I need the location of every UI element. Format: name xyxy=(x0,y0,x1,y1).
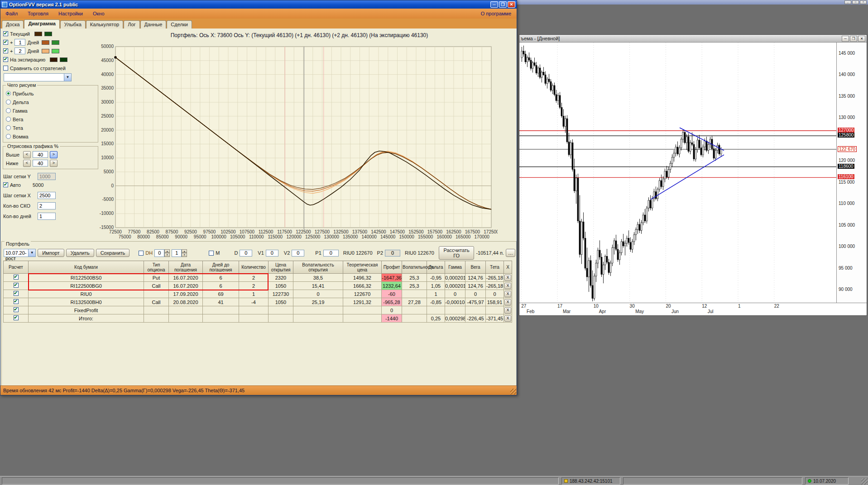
grid-step-x-input[interactable] xyxy=(38,192,56,199)
above-increase-button[interactable]: > xyxy=(50,151,58,158)
color-swatch[interactable] xyxy=(50,57,58,62)
column-header[interactable]: Тип опциона xyxy=(144,261,169,274)
color-swatch[interactable] xyxy=(42,40,49,45)
terminal-close-button[interactable]: × xyxy=(860,0,867,4)
delete-row-button[interactable]: X xyxy=(504,283,511,289)
strategy-combobox[interactable]: ▼ xyxy=(4,73,72,81)
above-decrease-button[interactable]: < xyxy=(23,151,31,158)
column-header[interactable]: Дней до погашения xyxy=(203,261,239,274)
plus2-days-input[interactable] xyxy=(14,48,25,54)
compare-strategy-checkbox[interactable] xyxy=(3,66,8,71)
candlestick-chart[interactable] xyxy=(519,43,836,303)
d-input[interactable] xyxy=(240,250,252,257)
row-calc-checkbox[interactable] xyxy=(14,307,19,312)
column-header[interactable]: Количество xyxy=(239,261,269,274)
tab-log[interactable]: Лог xyxy=(124,20,139,29)
tab-smile[interactable]: Улыбка xyxy=(60,20,86,29)
delete-button[interactable]: Удалить xyxy=(66,249,94,257)
layer-expiration-checkbox[interactable] xyxy=(3,57,8,62)
days-count-input[interactable] xyxy=(38,213,56,220)
radio-vomma[interactable] xyxy=(6,134,11,139)
column-header[interactable]: Дата погашения xyxy=(169,261,203,274)
color-swatch[interactable] xyxy=(52,40,59,45)
dh-checkbox[interactable] xyxy=(139,251,144,256)
save-button[interactable]: Сохранить xyxy=(96,249,130,257)
tab-calculator[interactable]: Калькулятор xyxy=(86,20,123,29)
p2-input[interactable] xyxy=(385,250,400,257)
row-calc-checkbox[interactable] xyxy=(14,315,19,320)
row-calc-checkbox[interactable] xyxy=(14,275,19,280)
layer-plus2-checkbox[interactable] xyxy=(3,48,8,53)
v2-input[interactable] xyxy=(292,250,304,257)
spin-down-icon[interactable]: ▼ xyxy=(164,253,170,257)
auto-grid-checkbox[interactable] xyxy=(3,182,8,187)
radio-delta[interactable] xyxy=(6,100,11,105)
menu-trading[interactable]: Торговля xyxy=(23,10,53,17)
column-header[interactable]: Код бумаги xyxy=(29,261,144,274)
above-percent-input[interactable] xyxy=(33,151,48,158)
delete-row-button[interactable]: X xyxy=(504,299,511,305)
preset-combobox[interactable]: 10.07.20-рост ▼ xyxy=(4,249,36,257)
chevron-down-icon[interactable]: ▼ xyxy=(64,74,71,81)
menu-file[interactable]: Файл xyxy=(0,10,23,17)
column-header[interactable]: Дельта xyxy=(427,261,445,274)
column-header[interactable]: Профит xyxy=(382,261,402,274)
delete-row-button[interactable]: X xyxy=(504,275,511,281)
calc-go-button[interactable]: Рассчитать ГО xyxy=(439,246,474,260)
window-resize-grip[interactable] xyxy=(510,389,516,395)
plus1-days-input[interactable] xyxy=(14,39,25,46)
main-titlebar[interactable]: OptionFVV версия 2.1 public ─ ❐ ✕ xyxy=(0,0,517,9)
grid-step-y-input[interactable] xyxy=(38,173,56,180)
maximize-button[interactable]: ❐ xyxy=(499,1,507,8)
tab-deals[interactable]: Сделки xyxy=(167,20,192,29)
color-swatch[interactable] xyxy=(44,32,52,36)
radio-theta[interactable] xyxy=(6,125,11,130)
below-increase-button[interactable]: > xyxy=(50,160,58,167)
row-calc-checkbox[interactable] xyxy=(14,291,19,296)
row-calc-checkbox[interactable] xyxy=(14,283,19,288)
column-header[interactable]: Гамма xyxy=(445,261,465,274)
tab-diagram[interactable]: Диаграмма xyxy=(24,19,59,29)
column-header[interactable]: Цена открытия xyxy=(269,261,293,274)
color-swatch[interactable] xyxy=(60,57,67,62)
chart-close-button[interactable]: ✕ xyxy=(858,36,865,42)
resize-grip[interactable] xyxy=(861,478,868,485)
dh-value-2-input[interactable] xyxy=(172,249,182,257)
chart-minimize-button[interactable]: ─ xyxy=(842,36,849,42)
delete-row-button[interactable]: X xyxy=(504,291,511,297)
spin-down-icon[interactable]: ▼ xyxy=(182,253,187,257)
column-header[interactable]: Теоретическая цена xyxy=(343,261,382,274)
tab-data[interactable]: Данные xyxy=(140,20,167,29)
column-header[interactable]: Вега xyxy=(465,261,486,274)
import-button[interactable]: Импорт xyxy=(38,249,64,257)
color-swatch[interactable] xyxy=(34,32,42,36)
m-checkbox[interactable] xyxy=(209,251,214,256)
chevron-down-icon[interactable]: ▼ xyxy=(28,249,35,257)
menu-about[interactable]: О программе xyxy=(475,10,517,17)
delete-row-button[interactable]: X xyxy=(504,307,511,314)
column-header[interactable]: Волатильность открытия xyxy=(293,261,343,274)
radio-gamma[interactable] xyxy=(6,108,11,113)
payoff-chart[interactable]: 5000045000400003500030000250002000015000… xyxy=(99,43,498,240)
dh-value-1-input[interactable] xyxy=(154,249,164,257)
column-header[interactable]: Волатильность xyxy=(402,261,427,274)
layer-plus1-checkbox[interactable] xyxy=(3,40,8,45)
daily-chart-titlebar[interactable]: ъема - [Дневной] ─ ❐ ✕ xyxy=(519,35,867,43)
terminal-restore-button[interactable]: □ xyxy=(852,0,859,4)
color-swatch[interactable] xyxy=(52,49,59,53)
spin-up-icon[interactable]: ▲ xyxy=(182,249,187,253)
more-button[interactable]: … xyxy=(506,249,515,257)
minimize-button[interactable]: ─ xyxy=(490,1,498,8)
color-swatch[interactable] xyxy=(42,49,49,53)
spin-up-icon[interactable]: ▲ xyxy=(164,249,170,253)
column-header[interactable]: Тета xyxy=(486,261,504,274)
column-header[interactable]: X xyxy=(504,261,512,274)
below-percent-input[interactable] xyxy=(33,160,48,166)
close-button[interactable]: ✕ xyxy=(508,1,515,8)
menu-settings[interactable]: Настройки xyxy=(53,10,88,17)
layer-current-checkbox[interactable] xyxy=(3,31,8,36)
terminal-minimize-button[interactable]: _ xyxy=(844,0,851,4)
v1-input[interactable] xyxy=(266,250,278,257)
delete-row-button[interactable]: X xyxy=(504,315,511,322)
chart-restore-button[interactable]: ❐ xyxy=(850,36,857,42)
